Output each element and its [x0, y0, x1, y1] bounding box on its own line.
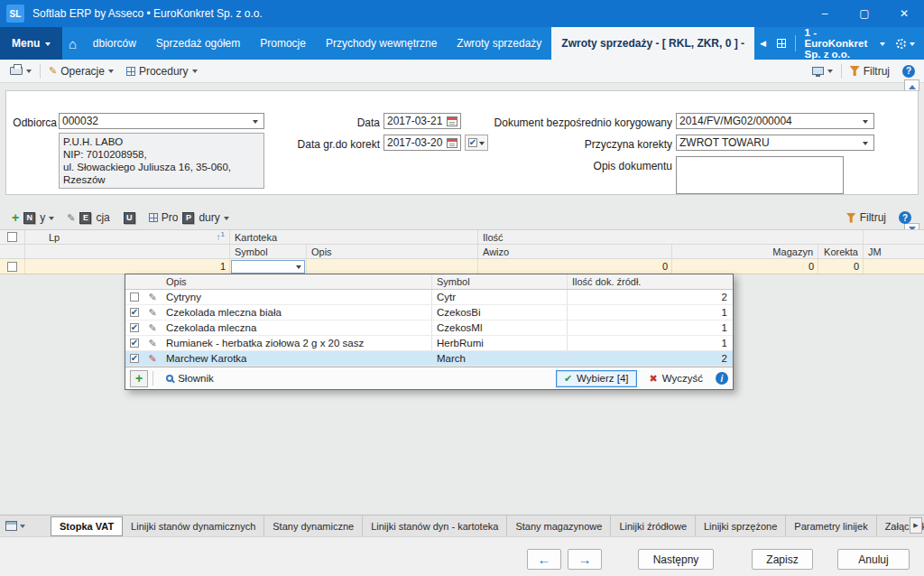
- views-button[interactable]: [806, 61, 839, 81]
- tab-linijki-sprzezone[interactable]: Linijki sprzężone: [696, 516, 786, 536]
- calendar-icon[interactable]: [447, 116, 457, 126]
- pencil-icon[interactable]: ✎: [148, 308, 156, 318]
- bottom-tabs-scroll-right[interactable]: ▶: [910, 517, 922, 534]
- item-qty: 2: [568, 290, 735, 304]
- data-korekt-field[interactable]: 2017-03-20: [383, 135, 461, 151]
- popup-col-opis[interactable]: Opis: [162, 274, 432, 289]
- opis-dokumentu-textarea[interactable]: [676, 156, 844, 194]
- data-field[interactable]: 2017-03-21: [383, 113, 461, 129]
- row-checkbox[interactable]: ✔: [130, 354, 139, 363]
- anuluj-button[interactable]: Anuluj: [837, 549, 910, 570]
- tab-stopka-vat[interactable]: Stopka VAT: [51, 516, 123, 536]
- list-item[interactable]: ✔ ✎ Czekolada mleczna biała CzekosBi 1: [125, 305, 733, 321]
- symbol-cell: [230, 259, 307, 274]
- select-all-checkbox[interactable]: ✔: [0, 230, 25, 244]
- next-record-button[interactable]: →: [568, 549, 602, 570]
- korekta-cell[interactable]: 0: [818, 259, 864, 274]
- maximize-button[interactable]: ▢: [845, 0, 884, 27]
- procedury-button[interactable]: Procedury: [120, 61, 204, 81]
- bottom-panel-menu-button[interactable]: [0, 516, 31, 536]
- tab-stany-magazynowe[interactable]: Stany magazynowe: [507, 516, 611, 536]
- add-item-button[interactable]: +: [130, 370, 148, 387]
- print-button[interactable]: [4, 61, 38, 81]
- magazyn-cell[interactable]: 0: [672, 259, 818, 274]
- list-item[interactable]: ✔ ✎ Rumianek - herbatka ziołowa 2 g x 20…: [125, 336, 733, 351]
- tab-odbiorcow[interactable]: dbiorców: [83, 27, 146, 60]
- popup-col-symbol[interactable]: Symbol: [432, 274, 568, 289]
- data-label: Data: [268, 116, 380, 129]
- pencil-icon[interactable]: ✎: [148, 293, 156, 302]
- company-selector[interactable]: 1 - EuroKonkret Sp. z o.o.: [799, 27, 891, 60]
- col-group-ilosc[interactable]: Ilość: [478, 230, 864, 244]
- col-header-korekta[interactable]: Korekta: [818, 245, 864, 258]
- menu-button[interactable]: Menu: [0, 27, 62, 60]
- col-header-jm[interactable]: JM: [864, 245, 924, 258]
- col-header-awizo[interactable]: Awizo: [478, 245, 672, 258]
- opis-cell[interactable]: [307, 259, 478, 274]
- pencil-icon[interactable]: ✎: [148, 354, 156, 364]
- usun-button[interactable]: U: [116, 208, 143, 228]
- przyczyna-combobox[interactable]: ZWROT TOWARU: [676, 135, 874, 151]
- operacje-button[interactable]: ✎ Operacje: [42, 61, 120, 81]
- chevron-down-icon: [859, 140, 871, 146]
- tab-scroll-left-icon[interactable]: ◀: [754, 27, 772, 60]
- awizo-cell[interactable]: 0: [478, 259, 672, 274]
- settings-button[interactable]: [891, 27, 924, 60]
- item-opis: Rumianek - herbatka ziołowa 2 g x 20 sas…: [162, 336, 432, 350]
- previous-record-button[interactable]: ←: [527, 549, 561, 570]
- close-button[interactable]: ✕: [884, 0, 924, 27]
- tab-zwroty-sprzedazy[interactable]: Zwroty sprzedaży: [447, 27, 551, 60]
- pencil-icon[interactable]: ✎: [148, 323, 156, 333]
- col-header-symbol[interactable]: Symbol: [230, 245, 307, 258]
- main-toolbar: ✎ Operacje Procedury Filtruj ?: [0, 60, 924, 83]
- zapisz-button[interactable]: Zapisz: [752, 549, 813, 570]
- tab-linijki-stanow-dynamicznych[interactable]: Linijki stanów dynamicznych: [123, 516, 264, 536]
- col-header-lp[interactable]: Lp ↑1: [25, 230, 230, 244]
- grid-procedury-button[interactable]: Pro P dury: [143, 208, 236, 228]
- tab-linijki-zrodlowe[interactable]: Linijki źródłowe: [611, 516, 696, 536]
- help-button[interactable]: ?: [896, 61, 924, 81]
- row-checkbox[interactable]: ✔: [130, 308, 139, 317]
- pencil-icon[interactable]: ✎: [148, 339, 156, 348]
- row-checkbox[interactable]: ✔: [0, 259, 25, 274]
- edycja-button[interactable]: ✎ E cja: [60, 208, 116, 228]
- wyczysc-button[interactable]: ✖ Wyczyść: [642, 370, 711, 387]
- tab-parametry-linijek[interactable]: Parametry linijek: [786, 516, 876, 536]
- tab-sprzedaz-ogolem[interactable]: Sprzedaż ogółem: [146, 27, 250, 60]
- odbiorca-address-box[interactable]: P.U.H. LABO NIP: 7010208958, ul. Słowack…: [59, 133, 264, 189]
- popup-col-ilosc[interactable]: Ilość dok. źródł.: [568, 274, 735, 289]
- list-item[interactable]: ✔ ✎ Czekolada mleczna CzekosMl 1: [125, 321, 733, 336]
- row-checkbox[interactable]: ✔: [130, 323, 139, 332]
- popup-check-col: [125, 274, 143, 289]
- grid-filtruj-button[interactable]: Filtruj: [840, 208, 892, 228]
- info-icon[interactable]: i: [716, 372, 728, 385]
- tab-linijki-stanow-dyn-kartoteka[interactable]: Linijki stanów dyn - kartoteka: [363, 516, 507, 536]
- odbiorca-combobox[interactable]: 000032: [59, 113, 264, 129]
- row-checkbox[interactable]: ✔: [130, 293, 139, 302]
- jm-cell[interactable]: [864, 259, 924, 274]
- slownik-button[interactable]: Słownik: [158, 370, 222, 387]
- nastepny-button[interactable]: Następny: [638, 549, 714, 570]
- list-item-selected[interactable]: ✔ ✎ Marchew Karotka March 2: [125, 351, 733, 367]
- window-icon: [5, 521, 17, 531]
- dokument-combobox[interactable]: 2014/FV/MG02/000004: [676, 113, 874, 129]
- wybierz-button[interactable]: ✔ Wybierz [4]: [556, 370, 637, 387]
- nowy-button[interactable]: + N y: [5, 208, 60, 228]
- grid-help-button[interactable]: ?: [892, 208, 919, 228]
- col-header-opis[interactable]: Opis: [307, 245, 478, 258]
- tab-przychody-wewnetrzne[interactable]: Przychody wewnętrzne: [316, 27, 447, 60]
- tab-stany-dynamiczne[interactable]: Stany dynamiczne: [264, 516, 363, 536]
- col-header-magazyn[interactable]: Magazyn: [672, 245, 818, 258]
- popup-footer: + Słownik ✔ Wybierz [4] ✖ Wyczyść i: [125, 367, 733, 389]
- calendar-icon[interactable]: [447, 138, 457, 148]
- filtruj-button[interactable]: Filtruj: [844, 61, 896, 81]
- home-icon[interactable]: ⌂: [62, 27, 82, 60]
- minimize-button[interactable]: –: [805, 0, 845, 27]
- tab-list-icon[interactable]: [772, 27, 791, 60]
- row-checkbox[interactable]: ✔: [130, 339, 139, 348]
- list-item[interactable]: ✔ ✎ Cytryny Cytr 2: [125, 290, 733, 305]
- col-group-kartoteka[interactable]: Kartoteka: [230, 230, 478, 244]
- tab-promocje[interactable]: Promocje: [250, 27, 316, 60]
- tab-active-zwroty-sprzedazy-dokument[interactable]: Zwroty sprzedaży - [ RKL, ZKR, 0 ] -: [551, 27, 754, 60]
- symbol-edit-combobox[interactable]: [231, 260, 305, 274]
